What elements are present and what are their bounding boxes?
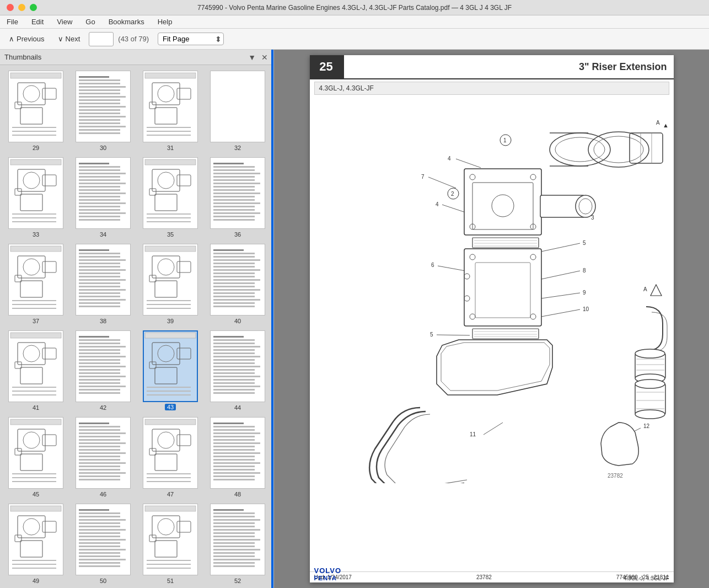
svg-rect-0 — [10, 73, 61, 78]
thumb-image — [8, 157, 63, 229]
thumbnail-item[interactable]: 52 — [204, 500, 271, 587]
svg-rect-14 — [79, 93, 120, 94]
svg-rect-142 — [213, 302, 255, 304]
thumbnail-item[interactable]: 45 — [2, 414, 69, 500]
svg-rect-245 — [213, 459, 255, 461]
thumb-image — [143, 417, 198, 489]
svg-rect-130 — [213, 263, 255, 264]
svg-rect-51 — [79, 183, 126, 184]
menu-file[interactable]: File — [4, 17, 20, 27]
svg-rect-241 — [213, 446, 255, 447]
menu-go[interactable]: Go — [83, 17, 97, 27]
svg-rect-87 — [213, 212, 260, 214]
thumb-image — [143, 330, 198, 402]
svg-rect-196 — [213, 389, 255, 391]
thumbnail-item[interactable]: 44 — [204, 327, 271, 414]
svg-rect-40 — [42, 175, 56, 186]
svg-rect-105 — [79, 269, 126, 271]
thumb-number: 31 — [166, 144, 175, 152]
svg-rect-263 — [79, 516, 120, 517]
thumbnail-item[interactable]: 49 — [2, 500, 69, 587]
svg-rect-71 — [147, 221, 191, 222]
sidebar-close-button[interactable]: ✕ — [260, 52, 269, 63]
svg-rect-269 — [79, 536, 120, 537]
svg-rect-48 — [79, 173, 126, 174]
thumbnail-item[interactable]: 31 — [137, 67, 204, 154]
svg-rect-287 — [147, 568, 191, 569]
svg-rect-316 — [630, 133, 663, 163]
svg-rect-131 — [213, 266, 255, 268]
page-input[interactable]: 43 — [89, 32, 114, 46]
thumb-content — [9, 505, 62, 574]
thumbnail-item[interactable]: 43 — [137, 327, 204, 414]
thumbnail-item[interactable]: 48 — [204, 414, 271, 500]
thumbnail-item[interactable]: 46 — [69, 414, 137, 500]
close-button[interactable] — [7, 4, 14, 11]
thumb-number: 46 — [99, 490, 108, 498]
svg-rect-96 — [12, 300, 56, 301]
thumbnail-item[interactable]: 35 — [137, 154, 204, 240]
parts-diagram: ▲ A 1 — [310, 97, 674, 483]
svg-text:3: 3 — [591, 215, 594, 221]
svg-rect-305 — [213, 565, 255, 567]
svg-rect-186 — [213, 356, 260, 357]
thumbnail-item[interactable]: 39 — [137, 240, 204, 327]
thumbnail-item[interactable]: 29 — [2, 67, 69, 154]
fit-select[interactable]: Fit Page Fit Width Actual Size 75% 100% … — [158, 33, 224, 45]
thumbnail-item[interactable]: 33 — [2, 154, 69, 240]
svg-rect-264 — [79, 519, 126, 521]
svg-line-322 — [428, 177, 456, 188]
minimize-button[interactable] — [18, 4, 25, 11]
svg-point-174 — [158, 345, 174, 362]
thumbnail-item[interactable]: 36 — [204, 154, 271, 240]
thumbnail-item[interactable]: 34 — [69, 154, 137, 240]
thumbnail-item[interactable]: 40 — [204, 240, 271, 327]
menu-help[interactable]: Help — [155, 17, 175, 27]
svg-rect-82 — [213, 196, 255, 197]
maximize-button[interactable] — [30, 4, 37, 11]
svg-rect-212 — [79, 439, 120, 441]
thumbnail-item[interactable]: 32 — [204, 67, 271, 154]
thumbnail-item[interactable]: 51 — [137, 500, 204, 587]
svg-rect-152 — [12, 394, 56, 395]
svg-rect-13 — [79, 89, 120, 91]
thumbnail-item[interactable]: 38 — [69, 240, 137, 327]
svg-rect-44 — [12, 221, 56, 222]
menu-bookmarks[interactable]: Bookmarks — [106, 17, 147, 27]
previous-button[interactable]: ∧ Previous — [4, 33, 49, 45]
thumbnail-item[interactable]: 37 — [2, 240, 69, 327]
svg-point-39 — [23, 172, 40, 189]
svg-rect-249 — [213, 472, 260, 474]
svg-rect-139 — [213, 292, 255, 294]
menu-view[interactable]: View — [55, 17, 74, 27]
thumbnail-item[interactable]: 30 — [69, 67, 137, 154]
svg-text:10: 10 — [583, 306, 589, 312]
pdf-viewer[interactable]: 25 3" Riser Extension 4.3GL-J, 4.3GL-JF … — [274, 50, 709, 588]
menu-edit[interactable]: Edit — [29, 17, 46, 27]
svg-rect-114 — [79, 299, 126, 301]
thumbnail-item[interactable]: 41 — [2, 327, 69, 414]
svg-rect-209 — [79, 429, 120, 431]
svg-rect-205 — [12, 477, 56, 478]
menubar: File Edit View Go Bookmarks Help — [0, 15, 709, 29]
svg-rect-182 — [213, 343, 255, 344]
next-button[interactable]: ∨ Next — [53, 33, 85, 45]
thumb-number: 43 — [165, 404, 176, 410]
svg-rect-99 — [79, 249, 109, 251]
thumb-number: 49 — [31, 577, 40, 585]
svg-rect-227 — [155, 454, 177, 471]
sidebar-collapse-button[interactable]: ▼ — [247, 52, 257, 63]
svg-rect-69 — [147, 213, 191, 215]
svg-rect-56 — [79, 199, 120, 201]
sidebar-scroll[interactable]: 2930313233343536373839404142434445464748… — [0, 65, 273, 588]
thumb-number: 35 — [166, 231, 175, 238]
svg-rect-140 — [213, 296, 255, 297]
thumbnail-item[interactable]: 47 — [137, 414, 204, 500]
thumbnail-item[interactable]: 50 — [69, 500, 137, 587]
svg-rect-117 — [145, 246, 196, 252]
svg-rect-45 — [79, 163, 109, 164]
svg-rect-300 — [213, 549, 260, 550]
thumbnail-item[interactable]: 42 — [69, 327, 137, 414]
svg-rect-83 — [213, 199, 255, 201]
svg-rect-273 — [79, 549, 126, 550]
